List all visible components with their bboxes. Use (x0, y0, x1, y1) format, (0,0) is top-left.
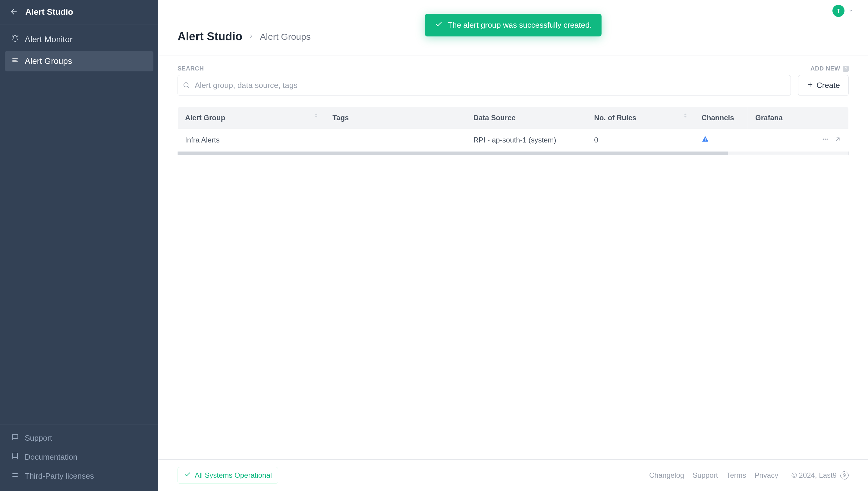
cell-data-source: RPI - ap-south-1 (system) (466, 129, 587, 151)
chat-icon (11, 433, 19, 443)
sidebar-item-label: Support (25, 433, 52, 443)
column-rules[interactable]: No. of Rules (587, 107, 694, 129)
cell-channels (694, 129, 748, 151)
svg-line-16 (836, 138, 839, 140)
footer-link-terms[interactable]: Terms (726, 471, 746, 480)
footer: All Systems Operational Changelog Suppor… (158, 459, 868, 491)
user-avatar[interactable]: T (833, 5, 844, 17)
book-icon (11, 453, 19, 462)
warning-icon[interactable] (702, 136, 709, 143)
svg-line-8 (188, 86, 189, 87)
column-alert-group[interactable]: Alert Group (178, 107, 326, 129)
create-button[interactable]: Create (798, 75, 849, 96)
sort-icon (683, 114, 687, 117)
svg-point-13 (823, 139, 824, 140)
breadcrumb-sub: Alert Groups (260, 32, 310, 42)
create-button-label: Create (816, 81, 840, 90)
sidebar-item-label: Documentation (25, 453, 78, 462)
back-arrow-icon[interactable] (10, 7, 18, 17)
search-input[interactable] (177, 75, 791, 96)
sidebar-item-alert-monitor[interactable]: Alert Monitor (5, 29, 153, 50)
addnew-wrapper: ADD NEW ? Create (798, 65, 849, 96)
content-section: SEARCH ADD NEW ? (158, 55, 868, 459)
table-row[interactable]: Infra Alerts RPI - ap-south-1 (system) 0 (178, 129, 849, 151)
main-content: T The alert group was successfully creat… (158, 0, 868, 491)
footer-link-support[interactable]: Support (693, 471, 718, 480)
more-icon[interactable] (822, 136, 829, 144)
table-wrapper: Alert Group Tags Data Source No. of Rule… (177, 107, 849, 155)
list-icon (11, 56, 19, 66)
success-toast: The alert group was successfully created… (425, 14, 601, 36)
addnew-label: ADD NEW ? (798, 65, 849, 72)
sidebar-header: Alert Studio (0, 0, 158, 24)
search-icon (183, 82, 190, 89)
column-grafana[interactable]: Grafana (748, 107, 849, 129)
check-icon (184, 471, 191, 480)
chevron-down-icon[interactable] (848, 8, 853, 14)
check-icon (434, 20, 443, 30)
scrollbar-thumb[interactable] (178, 151, 728, 155)
cell-grafana (748, 129, 849, 151)
sidebar-footer: Support Documentation Third-Party licens… (0, 424, 158, 491)
chevron-right-icon (248, 33, 254, 40)
table-scrollbar[interactable] (177, 151, 849, 155)
footer-links: Changelog Support Terms Privacy © 2024, … (649, 471, 849, 480)
bell-icon (11, 35, 19, 44)
sidebar-item-licenses[interactable]: Third-Party licenses (5, 467, 153, 485)
status-badge[interactable]: All Systems Operational (177, 467, 278, 484)
footer-link-changelog[interactable]: Changelog (649, 471, 684, 480)
sidebar-item-documentation[interactable]: Documentation (5, 448, 153, 466)
help-icon[interactable]: ? (843, 66, 849, 72)
sidebar-item-label: Third-Party licenses (25, 471, 94, 481)
sidebar-item-label: Alert Groups (25, 56, 72, 66)
svg-point-12 (705, 140, 705, 141)
cell-tags (325, 129, 466, 151)
topbar: T (818, 0, 868, 22)
svg-point-15 (827, 139, 828, 140)
toast-message: The alert group was successfully created… (448, 21, 592, 30)
svg-point-14 (824, 139, 825, 140)
sidebar-title: Alert Studio (25, 7, 73, 17)
search-wrapper: SEARCH (177, 65, 791, 96)
column-channels[interactable]: Channels (694, 107, 748, 129)
column-tags[interactable]: Tags (325, 107, 466, 129)
column-data-source[interactable]: Data Source (466, 107, 587, 129)
action-bar: SEARCH ADD NEW ? (177, 65, 849, 96)
sidebar-nav: Alert Monitor Alert Groups (0, 24, 158, 424)
sidebar-item-support[interactable]: Support (5, 429, 153, 447)
plus-icon (807, 81, 813, 90)
breadcrumb-main[interactable]: Alert Studio (177, 30, 242, 43)
footer-link-privacy[interactable]: Privacy (755, 471, 779, 480)
alert-groups-table: Alert Group Tags Data Source No. of Rule… (177, 107, 849, 151)
sidebar-item-label: Alert Monitor (25, 35, 73, 44)
cell-alert-group: Infra Alerts (178, 129, 326, 151)
search-label: SEARCH (177, 65, 791, 72)
brand-logo-icon: 9 (840, 471, 849, 480)
sidebar-item-alert-groups[interactable]: Alert Groups (5, 51, 153, 71)
sidebar: Alert Studio Alert Monitor Alert Groups (0, 0, 158, 491)
status-text: All Systems Operational (195, 471, 272, 480)
cell-rules: 0 (587, 129, 694, 151)
copyright: © 2024, Last9 9 (791, 471, 849, 480)
sort-icon (314, 114, 318, 117)
open-link-icon[interactable] (835, 136, 841, 144)
list-icon (11, 471, 19, 481)
